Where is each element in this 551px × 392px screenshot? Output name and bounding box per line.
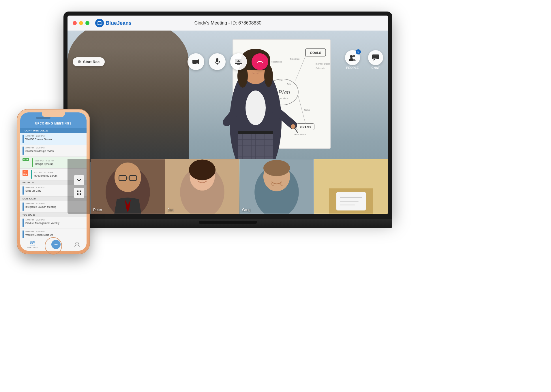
svg-text:Niche: Niche: [304, 109, 310, 111]
phone-notch: [42, 112, 65, 117]
thumbnail-peter-label: Peter: [93, 208, 102, 212]
people-label: PEOPLE: [346, 66, 359, 69]
svg-point-66: [353, 55, 355, 57]
chat-icon-circle: [368, 50, 383, 65]
profile-icon: [74, 242, 80, 247]
thumbnail-greg-label: Greg: [242, 208, 250, 212]
thumbnail-jan[interactable]: Jan: [165, 159, 239, 214]
calendar-icon: [30, 241, 35, 246]
svg-line-54: [295, 128, 297, 132]
meeting-indicator: [23, 230, 24, 238]
svg-marker-56: [197, 59, 199, 64]
laptop: BlueJeans Cindy's Meeting - ID: 67860883…: [63, 12, 392, 231]
start-rec-label: Start Rec: [83, 60, 100, 64]
list-item[interactable]: 9:00 PM - 9:30 PM Weekly Design Sync Up: [20, 229, 87, 238]
svg-point-78: [115, 163, 141, 192]
meeting-content: 2:00 PM - 3:00 PM Sourcebits design revi…: [25, 146, 84, 155]
meeting-indicator: [23, 135, 24, 143]
meeting-title: Sourcebits design review: [25, 150, 84, 153]
svg-text:GRAND: GRAND: [300, 126, 311, 129]
video-button[interactable]: [188, 53, 204, 70]
video-area: Plan Overview GOALS MARKETING BRAND: [68, 31, 388, 214]
maximize-button[interactable]: [85, 21, 89, 25]
list-item[interactable]: 1:00 PM - 2:00 PM Product Management Wee…: [20, 217, 87, 229]
meeting-title: WWDC Review Session: [25, 138, 84, 141]
grid-view-button[interactable]: [74, 188, 84, 198]
nav-meetings-label: MEETINGS: [27, 246, 38, 248]
start-rec-button[interactable]: Start Rec: [73, 57, 105, 66]
meeting-indicator: [23, 186, 24, 195]
screen-share-button[interactable]: [230, 53, 247, 70]
min-badge: 31MIN: [23, 170, 28, 176]
now-badge: NOW: [23, 158, 29, 161]
thumbnail-peter[interactable]: Peter: [91, 159, 165, 214]
people-icon-circle: 6: [345, 50, 360, 65]
logo-text: BlueJeans: [106, 20, 132, 26]
laptop-base: [63, 219, 392, 228]
meeting-indicator: [31, 170, 32, 179]
phone-today-bar: TODAY, WED JUL 22: [20, 128, 87, 133]
svg-rect-73: [80, 191, 81, 192]
meeting-content: 9:00 PM - 9:30 PM Weekly Design Sync Up: [25, 230, 84, 238]
right-panel-icons: 6 PEOPLE: [345, 50, 383, 69]
people-badge: 6: [356, 49, 361, 54]
meeting-time: 1:00 PM - 2:00 PM: [25, 135, 84, 137]
svg-point-85: [189, 160, 215, 180]
nav-profile[interactable]: [74, 242, 80, 247]
meeting-title: Cindy's Meeting - ID: 678608830: [194, 20, 262, 26]
list-item[interactable]: 1:00 PM - 2:00 PM WWDC Review Session: [20, 133, 87, 145]
app-logo: BlueJeans: [95, 19, 132, 27]
logo-icon: [95, 19, 104, 27]
meeting-content: 1:00 PM - 2:00 PM WWDC Review Session: [25, 135, 84, 143]
svg-rect-55: [192, 60, 197, 64]
traffic-lights: [73, 21, 89, 25]
mic-button[interactable]: [209, 53, 226, 70]
chat-panel-button[interactable]: CHAT: [368, 50, 383, 69]
meeting-indicator: [32, 158, 33, 167]
thumbnail-right[interactable]: [314, 159, 388, 214]
meeting-content: 1:00 PM - 2:00 PM Product Management Wee…: [25, 218, 84, 227]
meeting-time: 9:00 PM - 9:30 PM: [25, 230, 84, 233]
thumbnail-jan-label: Jan: [168, 208, 174, 212]
svg-point-89: [263, 160, 290, 176]
svg-marker-68: [373, 59, 376, 61]
svg-point-30: [245, 91, 266, 125]
phone-speaker: [36, 117, 50, 119]
end-call-button[interactable]: [252, 53, 268, 70]
people-panel-button[interactable]: 6 PEOPLE: [345, 50, 360, 69]
phone-home-button[interactable]: [45, 237, 62, 255]
laptop-body: BlueJeans Cindy's Meeting - ID: 67860883…: [63, 12, 392, 219]
svg-point-92: [280, 183, 281, 184]
svg-rect-74: [77, 193, 78, 195]
svg-rect-105: [32, 243, 33, 244]
today-date-label: TODAY, WED JUL 22: [23, 129, 48, 132]
meeting-time: 1:00 PM - 2:00 PM: [25, 218, 84, 221]
svg-point-65: [350, 55, 353, 58]
controls-bar: Start Rec: [68, 50, 388, 73]
svg-rect-75: [80, 193, 81, 195]
meeting-time: 2:00 PM - 3:00 PM: [25, 146, 84, 149]
meeting-indicator: [23, 202, 24, 211]
thumbnail-greg[interactable]: Greg: [239, 159, 314, 214]
upcoming-meetings-title: UPCOMING MEETINGS: [35, 122, 72, 125]
svg-point-106: [76, 242, 78, 245]
rec-dot-icon: [78, 60, 81, 63]
strip-controls: [68, 159, 91, 214]
nav-meetings[interactable]: MEETINGS: [27, 241, 38, 248]
laptop-screen: BlueJeans Cindy's Meeting - ID: 67860883…: [68, 16, 388, 214]
svg-point-93: [281, 185, 282, 186]
meeting-indicator: [23, 218, 24, 227]
meeting-title: Product Management Weekly: [25, 222, 84, 225]
close-button[interactable]: [73, 21, 77, 25]
chat-label: CHAT: [371, 66, 380, 69]
meeting-title: Weekly Design Sync Up: [25, 233, 84, 237]
minimize-button[interactable]: [79, 21, 83, 25]
svg-rect-57: [216, 58, 218, 62]
thumbnail-strip: Peter Jan: [68, 159, 388, 214]
svg-point-90: [271, 183, 272, 184]
list-item[interactable]: 2:00 PM - 3:00 PM Sourcebits design revi…: [20, 145, 87, 157]
collapse-strip-button[interactable]: [74, 175, 84, 185]
svg-rect-72: [77, 191, 78, 192]
meeting-indicator: [23, 146, 24, 155]
titlebar: BlueJeans Cindy's Meeting - ID: 67860883…: [68, 16, 388, 31]
